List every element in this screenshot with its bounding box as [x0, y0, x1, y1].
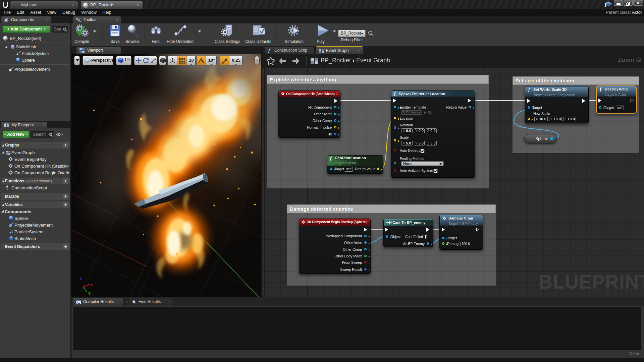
svg-text:x: x [91, 283, 93, 287]
svg-text:Z: Z [80, 277, 82, 281]
svg-text:f: f [7, 186, 9, 190]
svg-text:Y: Y [88, 292, 91, 296]
